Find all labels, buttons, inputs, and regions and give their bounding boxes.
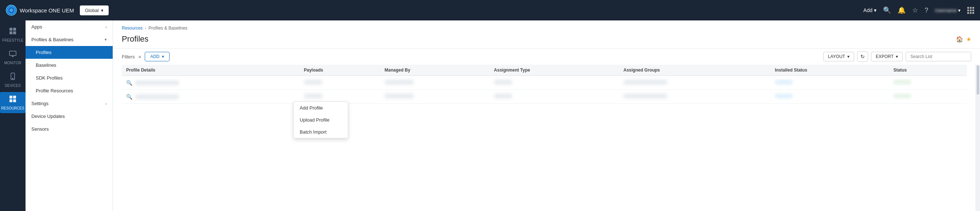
- sidebar-item-monitor[interactable]: MONITOR: [0, 47, 25, 68]
- table-body: 🔍: [122, 76, 967, 104]
- main-content-area: Resources › Profiles & Baselines Profile…: [113, 21, 980, 211]
- svg-point-9: [13, 78, 13, 79]
- logo-icon: [6, 5, 17, 16]
- nav-item-profiles[interactable]: Profiles: [25, 46, 113, 59]
- icon-sidebar: FREESTYLE MONITOR DEVICES: [0, 21, 25, 211]
- title-actions: 🏠 ★: [956, 36, 971, 43]
- global-selector[interactable]: Global ▾: [80, 5, 109, 15]
- cell-profile-details-2: 🔍: [122, 90, 300, 104]
- nav-item-baselines[interactable]: Baselines: [25, 59, 113, 72]
- svg-rect-4: [13, 31, 16, 34]
- nav-left: Workspace ONE UEM Global ▾: [6, 5, 109, 16]
- breadcrumb-current: Profiles & Baselines: [148, 26, 188, 31]
- svg-rect-1: [10, 28, 13, 31]
- cell-installed-status-1: [770, 76, 889, 90]
- search-input[interactable]: [905, 52, 971, 61]
- nav-item-profiles-baselines[interactable]: Profiles & Baselines ▾: [25, 33, 113, 46]
- nav-item-profile-resources[interactable]: Profile Resources: [25, 84, 113, 97]
- svg-rect-12: [10, 99, 13, 102]
- table-header: Profile Details Payloads Managed By Assi…: [122, 65, 967, 76]
- user-name: Username: [935, 8, 957, 13]
- table-row[interactable]: 🔍: [122, 76, 967, 90]
- add-dropdown-button[interactable]: ADD ▾: [145, 52, 169, 61]
- cell-assignment-type-1: [490, 76, 619, 90]
- col-header-assignment-type: Assignment Type: [490, 65, 619, 76]
- vertical-scrollbar[interactable]: [975, 65, 980, 211]
- cell-managed-by-1: [380, 76, 490, 90]
- cell-payloads-1: [300, 76, 380, 90]
- profiles-table: Profile Details Payloads Managed By Assi…: [122, 65, 967, 104]
- page-title-row: Profiles 🏠 ★: [113, 33, 980, 48]
- add-button[interactable]: Add ▾: [863, 7, 877, 13]
- col-header-assigned-groups: Assigned Groups: [619, 65, 770, 76]
- app-logo: Workspace ONE UEM: [6, 5, 74, 16]
- devices-icon: [9, 72, 17, 82]
- sidebar-item-freestyle[interactable]: FREESTYLE: [0, 24, 25, 45]
- nav-item-settings[interactable]: Settings ›: [25, 97, 113, 110]
- app-name: Workspace ONE UEM: [20, 7, 74, 13]
- breadcrumb-resources-link[interactable]: Resources: [122, 26, 143, 31]
- col-header-payloads: Payloads: [300, 65, 380, 76]
- resources-icon: [9, 95, 17, 105]
- col-header-profile-details: Profile Details: [122, 65, 300, 76]
- svg-rect-11: [13, 96, 16, 99]
- dropdown-item-add-profile[interactable]: Add Profile: [294, 102, 348, 114]
- home-icon-button[interactable]: 🏠: [956, 36, 963, 43]
- apps-chevron-icon: ›: [105, 25, 107, 29]
- dropdown-item-upload-profile[interactable]: Upload Profile: [294, 114, 348, 126]
- sidebar-item-devices[interactable]: DEVICES: [0, 69, 25, 91]
- toolbar-right: LAYOUT ▾ ↻ EXPORT ▾: [823, 51, 971, 62]
- help-icon[interactable]: ?: [924, 6, 928, 14]
- bookmark-icon[interactable]: ☆: [912, 6, 918, 14]
- table-row[interactable]: 🔍: [122, 90, 967, 104]
- svg-rect-2: [13, 28, 16, 31]
- cell-installed-status-2: [770, 90, 889, 104]
- apps-grid-icon[interactable]: [967, 7, 974, 14]
- favorite-star-button[interactable]: ★: [966, 36, 971, 43]
- cell-assigned-groups-2: [619, 90, 770, 104]
- svg-rect-3: [10, 31, 13, 34]
- export-button[interactable]: EXPORT ▾: [871, 52, 903, 61]
- main-content: Resources › Profiles & Baselines Profile…: [113, 21, 980, 211]
- cell-assigned-groups-1: [619, 76, 770, 90]
- row-search-icon-1: 🔍: [126, 80, 132, 86]
- user-menu-button[interactable]: Username ▾: [935, 8, 961, 13]
- add-dropdown-wrapper: ADD ▾: [145, 52, 169, 61]
- expand-filters-button[interactable]: »: [138, 54, 141, 59]
- notification-bell-icon[interactable]: 🔔: [897, 6, 905, 14]
- breadcrumb: Resources › Profiles & Baselines: [113, 21, 980, 33]
- toolbar: Filters » ADD ▾ LAYOUT ▾ ↻ EXPORT: [113, 48, 980, 65]
- search-icon[interactable]: 🔍: [883, 6, 891, 14]
- cell-status-2: [889, 90, 967, 104]
- layout-button[interactable]: LAYOUT ▾: [823, 52, 854, 61]
- profiles-baselines-chevron-icon: ▾: [105, 37, 107, 42]
- add-dropdown-menu: Add Profile Upload Profile Batch Import: [293, 101, 348, 138]
- sidebar-item-resources[interactable]: RESOURCES: [0, 92, 25, 113]
- table-wrapper: Profile Details Payloads Managed By Assi…: [113, 65, 975, 211]
- col-header-managed-by: Managed By: [380, 65, 490, 76]
- profile-name-2: [135, 94, 179, 99]
- col-header-status: Status: [889, 65, 967, 76]
- nav-item-sensors[interactable]: Sensors: [25, 123, 113, 136]
- cell-status-1: [889, 76, 967, 90]
- cell-managed-by-2: [380, 90, 490, 104]
- profile-name-1: [135, 80, 179, 85]
- nav-item-device-updates[interactable]: Device Updates: [25, 110, 113, 123]
- freestyle-icon: [9, 27, 17, 37]
- nav-right: Add ▾ 🔍 🔔 ☆ ? Username ▾: [863, 6, 974, 14]
- svg-rect-5: [10, 51, 16, 56]
- nav-item-apps[interactable]: Apps ›: [25, 21, 113, 33]
- cell-profile-details-1: 🔍: [122, 76, 300, 90]
- nav-item-sdk-profiles[interactable]: SDK Profiles: [25, 72, 113, 84]
- filters-label: Filters: [122, 54, 135, 59]
- svg-rect-10: [10, 96, 13, 99]
- layout-wrapper: FREESTYLE MONITOR DEVICES: [0, 21, 980, 211]
- dropdown-item-batch-import[interactable]: Batch Import: [294, 126, 348, 138]
- col-header-installed-status: Installed Status: [770, 65, 889, 76]
- table-container: Profile Details Payloads Managed By Assi…: [113, 65, 980, 211]
- page-title: Profiles: [122, 34, 148, 44]
- scroll-thumb[interactable]: [977, 66, 979, 94]
- refresh-button[interactable]: ↻: [857, 51, 868, 62]
- nav-sidebar: Apps › Profiles & Baselines ▾ Profiles B…: [25, 21, 113, 211]
- settings-chevron-icon: ›: [105, 101, 107, 106]
